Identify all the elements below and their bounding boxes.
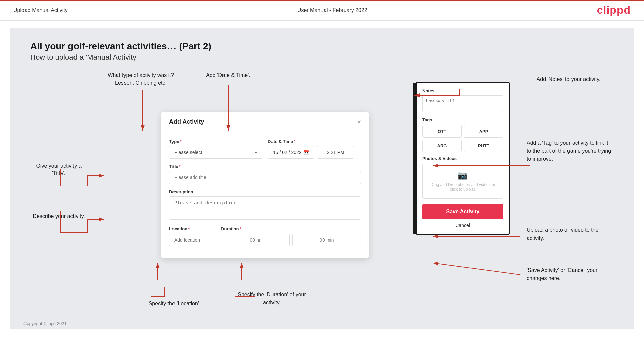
- tag-ott[interactable]: OTT: [422, 125, 462, 138]
- location-input[interactable]: [169, 234, 215, 246]
- tag-arg[interactable]: ARG: [422, 140, 462, 152]
- annotation-location: Specify the 'Location'.: [141, 301, 208, 307]
- svg-line-11: [433, 263, 520, 275]
- tags-section: Tags OTT APP ARG PUTT: [422, 117, 503, 152]
- cancel-button[interactable]: Cancel: [422, 223, 503, 228]
- title-input[interactable]: [169, 171, 361, 184]
- notes-label: Notes: [422, 88, 503, 93]
- title-group: Title*: [169, 164, 361, 184]
- type-group: Type* Please select: [169, 139, 262, 159]
- location-duration-row: Location* Duration*: [169, 226, 361, 246]
- photos-section: Photos & Videos 📷 Drag and Drop photos a…: [422, 156, 503, 199]
- date-value: 15 / 02 / 2022: [273, 150, 302, 155]
- save-activity-button[interactable]: Save Activity: [422, 204, 503, 219]
- type-label: Type*: [169, 139, 262, 144]
- main-content: All your golf-relevant activities… (Part…: [10, 28, 634, 329]
- location-label: Location*: [169, 226, 215, 231]
- annotation-notes: Add 'Notes' to your activity.: [523, 75, 614, 83]
- photos-label: Photos & Videos: [422, 156, 503, 161]
- upload-text: Drag and Drop photos and videos or click…: [429, 182, 496, 192]
- notes-section: Notes: [422, 88, 503, 113]
- type-datetime-row: Type* Please select Date & Time*: [169, 139, 361, 159]
- phone-panel: Notes Tags OTT APP ARG PUTT Photos & Vid…: [416, 82, 510, 235]
- copyright: Copyright Clippd 2021: [23, 321, 67, 326]
- description-group: Description: [169, 189, 361, 221]
- modal-close-button[interactable]: ×: [357, 118, 361, 126]
- duration-mins[interactable]: [292, 234, 361, 246]
- datetime-group: Date & Time* 15 / 02 / 2022 📅 2:21 PM: [268, 139, 361, 159]
- annotation-tag: Add a 'Tag' to your activity to link it …: [527, 139, 614, 163]
- annotation-duration: Specify the 'Duration' of your activity.: [232, 291, 312, 307]
- duration-label: Duration*: [221, 226, 361, 231]
- datetime-inputs: 15 / 02 / 2022 📅 2:21 PM: [268, 146, 361, 159]
- annotation-what-type: What type of activity was it? Lesson, Ch…: [107, 72, 175, 87]
- duration-inputs: [221, 234, 361, 246]
- page-title: Upload Manual Activity: [13, 7, 68, 13]
- annotation-describe: Describe your activity.: [30, 213, 87, 220]
- title-label: Title*: [169, 164, 361, 169]
- annotation-title: Give your activity a 'Title'.: [30, 162, 87, 177]
- tags-grid: OTT APP ARG PUTT: [422, 125, 503, 152]
- tag-app[interactable]: APP: [464, 125, 503, 138]
- tags-label: Tags: [422, 117, 503, 122]
- modal-body: Type* Please select Date & Time*: [161, 132, 369, 258]
- phone-screen: Notes Tags OTT APP ARG PUTT Photos & Vid…: [416, 82, 510, 235]
- modal-title: Add Activity: [169, 118, 204, 125]
- manual-date: User Manual - February 2022: [297, 7, 367, 13]
- notes-textarea[interactable]: [422, 95, 503, 112]
- type-select-wrapper: Please select: [169, 146, 262, 159]
- page-heading: All your golf-relevant activities… (Part…: [30, 41, 614, 52]
- upload-box[interactable]: 📷 Drag and Drop photos and videos or cli…: [422, 164, 503, 199]
- date-input[interactable]: 15 / 02 / 2022 📅: [268, 146, 314, 159]
- top-bar: Upload Manual Activity User Manual - Feb…: [0, 0, 644, 21]
- annotation-upload: Upload a photo or video to the activity.: [527, 226, 614, 242]
- type-select[interactable]: Please select: [169, 146, 262, 159]
- duration-hours[interactable]: [221, 234, 290, 246]
- modal-header: Add Activity ×: [161, 112, 369, 132]
- calendar-icon: 📅: [304, 150, 309, 155]
- description-textarea[interactable]: [169, 196, 361, 220]
- location-group: Location*: [169, 226, 215, 246]
- upload-icon: 📷: [429, 171, 496, 180]
- duration-group: Duration*: [221, 226, 361, 246]
- logo: clippd: [597, 4, 631, 16]
- datetime-label: Date & Time*: [268, 139, 361, 144]
- add-activity-modal: Add Activity × Type* Please select: [161, 112, 369, 258]
- annotation-datetime: Add 'Date & Time'.: [198, 72, 258, 79]
- tag-putt[interactable]: PUTT: [464, 140, 503, 152]
- time-input[interactable]: 2:21 PM: [317, 146, 354, 159]
- annotation-save: 'Save Activity' or 'Cancel' your changes…: [527, 266, 614, 282]
- page-subheading: How to upload a 'Manual Activity': [30, 53, 614, 62]
- description-label: Description: [169, 189, 361, 194]
